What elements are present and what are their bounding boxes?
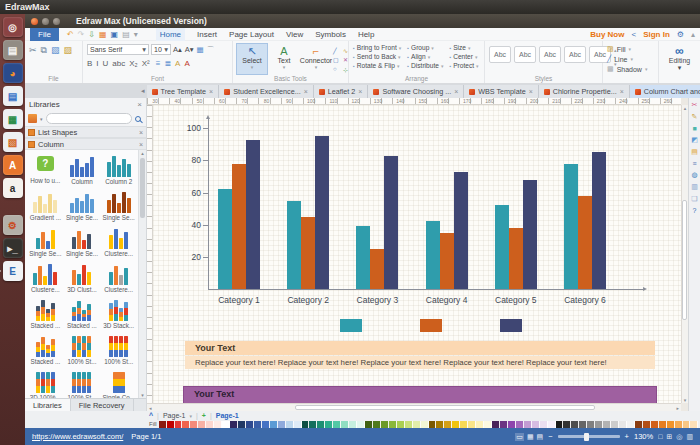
color-swatch[interactable] bbox=[476, 421, 484, 428]
file-group-icon[interactable]: ▧ bbox=[51, 45, 60, 56]
library-shape[interactable]: Gradient ... bbox=[27, 189, 64, 224]
bar-group[interactable] bbox=[426, 117, 468, 289]
document-tab[interactable]: Software Choosing ... × bbox=[368, 85, 464, 98]
color-swatch[interactable] bbox=[389, 421, 397, 428]
color-swatch[interactable] bbox=[238, 421, 246, 428]
close-tab-icon[interactable]: × bbox=[304, 88, 308, 95]
ribbon-tab[interactable]: View bbox=[286, 28, 303, 41]
color-swatch[interactable] bbox=[619, 421, 627, 428]
dock-icon[interactable]: ✎ bbox=[692, 113, 698, 121]
color-swatch[interactable] bbox=[579, 421, 587, 428]
color-swatch[interactable] bbox=[667, 421, 675, 428]
font-size-select[interactable]: 10▾ bbox=[151, 44, 171, 55]
file-menu-button[interactable]: File bbox=[30, 28, 59, 41]
document-tab[interactable]: Leaflet 2 × bbox=[314, 85, 369, 98]
library-shape[interactable]: Clustere... bbox=[100, 225, 137, 260]
close-tab-icon[interactable]: × bbox=[454, 88, 458, 95]
zoom-out-button[interactable]: − bbox=[548, 432, 552, 441]
library-shape[interactable]: 100% St... bbox=[64, 369, 101, 398]
color-swatch[interactable] bbox=[603, 421, 611, 428]
color-swatch[interactable] bbox=[246, 421, 254, 428]
launcher-item[interactable]: ◕ bbox=[3, 63, 23, 83]
legend-swatch[interactable] bbox=[500, 319, 522, 332]
quick-icon[interactable]: ▦ bbox=[99, 28, 107, 41]
library-shape[interactable]: 3D 100%... bbox=[27, 369, 64, 398]
status-tool-icon[interactable]: ▥ bbox=[686, 433, 693, 441]
document-tab[interactable]: Column Chart and ... × bbox=[630, 85, 700, 98]
close-tab-icon[interactable]: × bbox=[620, 88, 624, 95]
color-swatch[interactable] bbox=[611, 421, 619, 428]
color-swatch[interactable] bbox=[627, 421, 635, 428]
color-swatch[interactable] bbox=[452, 421, 460, 428]
page-menu[interactable]: Page-1 bbox=[163, 412, 186, 419]
library-menu-icon[interactable] bbox=[28, 114, 37, 123]
launcher-item[interactable]: ◎ bbox=[3, 17, 23, 37]
library-shape[interactable]: Single Se... bbox=[64, 225, 101, 260]
font-icon[interactable]: A bbox=[184, 59, 189, 68]
dock-icon[interactable]: ■ bbox=[692, 125, 696, 132]
font-family-select[interactable]: Sans Serif▾ bbox=[87, 44, 149, 55]
color-swatch[interactable] bbox=[508, 421, 516, 428]
color-swatch[interactable] bbox=[294, 421, 302, 428]
arrange-item[interactable]: Align bbox=[407, 53, 443, 60]
ribbon-tab[interactable]: Page Layout bbox=[229, 28, 274, 41]
file-group-icon[interactable]: ⧉ bbox=[41, 45, 47, 56]
close-section-icon[interactable]: × bbox=[139, 129, 143, 136]
ribbon-tab[interactable]: Help bbox=[358, 28, 374, 41]
maximize-window-icon[interactable] bbox=[53, 18, 60, 25]
color-swatch[interactable] bbox=[262, 421, 270, 428]
quick-icon[interactable]: ▾ bbox=[134, 28, 138, 41]
color-swatch[interactable] bbox=[532, 421, 540, 428]
arrange-item[interactable]: Distribute bbox=[407, 62, 443, 69]
library-search-input[interactable] bbox=[46, 113, 132, 124]
color-swatch[interactable] bbox=[643, 421, 651, 428]
color-swatch[interactable] bbox=[214, 421, 222, 428]
collapse-ribbon-icon[interactable]: ▴ bbox=[691, 30, 695, 39]
bar-group[interactable] bbox=[287, 117, 329, 289]
color-swatch[interactable] bbox=[357, 421, 365, 428]
font-style-button[interactable]: X₂ bbox=[129, 59, 137, 68]
drawing-page[interactable]: 20406080100Category 1Category 2Category … bbox=[153, 105, 681, 403]
style-preset[interactable]: Abc bbox=[539, 46, 561, 63]
color-swatch[interactable] bbox=[444, 421, 452, 428]
zoom-slider-knob[interactable] bbox=[584, 433, 589, 441]
canvas-horizontal-scrollbar[interactable]: ◂ ▸ bbox=[147, 403, 681, 411]
add-page-button[interactable]: + bbox=[202, 412, 206, 419]
ribbon-tab[interactable]: Symbols bbox=[315, 28, 346, 41]
legend-swatch[interactable] bbox=[340, 319, 362, 332]
launcher-item[interactable]: ▤ bbox=[3, 86, 23, 106]
launcher-item[interactable]: ⚙ bbox=[3, 215, 23, 235]
view-mode-icon[interactable]: ▤ bbox=[537, 433, 544, 441]
color-swatch[interactable] bbox=[675, 421, 683, 428]
shape-tool-icon[interactable]: ○ bbox=[333, 66, 342, 74]
arrange-item[interactable]: Group bbox=[407, 44, 443, 51]
buy-now-link[interactable]: Buy Now bbox=[590, 30, 624, 39]
library-shape[interactable]: Single Co... bbox=[100, 369, 137, 398]
launcher-item[interactable]: ▦ bbox=[3, 109, 23, 129]
color-swatch[interactable] bbox=[167, 421, 175, 428]
color-swatch[interactable] bbox=[230, 421, 238, 428]
color-swatch[interactable] bbox=[690, 421, 698, 428]
color-swatch[interactable] bbox=[349, 421, 357, 428]
find-replace-icon[interactable]: ∞ bbox=[675, 45, 684, 57]
edrawsoft-link[interactable]: https://www.edrawsoft.com/ bbox=[32, 432, 123, 441]
status-tool-icon[interactable]: ◎ bbox=[676, 433, 682, 441]
color-swatch[interactable] bbox=[325, 421, 333, 428]
color-swatch[interactable] bbox=[317, 421, 325, 428]
font-style-button[interactable]: U bbox=[103, 59, 109, 68]
font-icon[interactable]: ⌒ bbox=[207, 45, 215, 55]
dock-icon[interactable]: ▥ bbox=[691, 183, 698, 191]
font-icon[interactable]: ▦ bbox=[197, 45, 204, 55]
shape-tool-icon[interactable]: ╱ bbox=[333, 47, 342, 55]
fls-item[interactable]: ╱ Line bbox=[607, 55, 654, 63]
color-swatch[interactable] bbox=[373, 421, 381, 428]
launcher-item[interactable]: ▧ bbox=[3, 132, 23, 152]
arrange-item[interactable]: Bring to Front bbox=[353, 44, 401, 51]
color-swatch[interactable] bbox=[635, 421, 643, 428]
color-swatch[interactable] bbox=[175, 421, 183, 428]
color-swatch[interactable] bbox=[571, 421, 579, 428]
color-swatch[interactable] bbox=[159, 421, 167, 428]
bar-group[interactable] bbox=[356, 117, 398, 289]
font-icon[interactable]: A▴ bbox=[173, 45, 182, 55]
font-style-button[interactable]: abc bbox=[112, 59, 125, 68]
